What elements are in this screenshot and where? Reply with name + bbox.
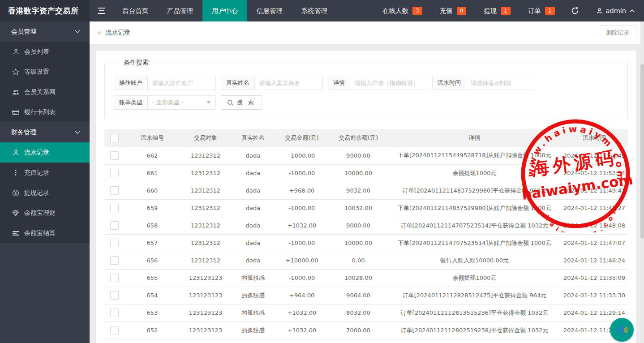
table-row: 65912312312dada-1000.0010032.00下单[202401…	[104, 199, 628, 217]
nav-item-dashboard[interactable]: 后台首页	[113, 0, 158, 21]
nav-item-products[interactable]: 产品管理	[158, 0, 202, 21]
sidebar-item-yuebao-invest[interactable]: 余额宝理财	[0, 203, 90, 223]
row-select-cell	[104, 234, 124, 252]
row-checkbox[interactable]	[110, 151, 119, 160]
row-checkbox[interactable]	[110, 221, 119, 230]
search-panel-legend: 条件搜索	[119, 59, 153, 67]
sidebar-item-yuebao-settle[interactable]: 余额宝结算	[0, 223, 90, 243]
flow-time-input[interactable]	[466, 76, 534, 90]
sidebar-item-deposit-records[interactable]: 充值记录	[0, 163, 90, 183]
person-icon	[12, 48, 19, 56]
cell-flow-id: 651	[124, 339, 180, 343]
stat-withdrawals[interactable]: 提现 1	[475, 0, 519, 21]
menu-toggle-button[interactable]	[90, 0, 113, 21]
stat-label: 提现	[484, 7, 497, 15]
header-time: 流水时间	[561, 129, 628, 147]
sidebar-item-label: 会员关系网	[24, 88, 56, 96]
stat-orders[interactable]: 订单 1	[519, 0, 563, 21]
field-label: 真实姓名	[221, 76, 255, 90]
sidebar-item-member-list[interactable]: 会员列表	[0, 42, 90, 62]
nav-item-system[interactable]: 系统管理	[292, 0, 337, 21]
header-flow-id: 流水编号	[124, 129, 180, 147]
cell-balance: 10000.00	[328, 164, 388, 182]
user-menu[interactable]: admin	[587, 0, 644, 21]
table-row: 66112312312dada-1000.0010000.00余额提现1000元…	[104, 164, 628, 182]
row-select-cell	[104, 164, 124, 182]
cell-real-name: dada	[231, 234, 275, 252]
row-checkbox[interactable]	[110, 291, 119, 300]
detail-input[interactable]	[350, 76, 427, 90]
stat-badge: 3	[412, 7, 422, 15]
sidebar-item-label: 充值记录	[24, 169, 49, 177]
sidebar-item-flow-records[interactable]: 流水记录	[0, 142, 90, 163]
bill-type-select[interactable]: - 全部类型 -	[148, 95, 216, 110]
cell-balance: 8032.00	[328, 304, 388, 322]
nav-item-user-center[interactable]: 用户中心	[202, 0, 247, 21]
cell-detail: 订单[20240112112802519238]平仓获得金额 1032元	[388, 322, 561, 339]
cell-amount: +964.00	[275, 287, 328, 304]
cell-balance: 8000.00	[328, 339, 388, 343]
table-row: 653123123123的孤独感+1032.008032.00订单[202401…	[104, 304, 628, 322]
search-button[interactable]: 搜 索	[221, 95, 262, 110]
row-checkbox[interactable]	[110, 204, 119, 212]
sidebar-submenu-member: 会员列表 等级设置 会员关系网 银行卡列表	[0, 42, 90, 122]
row-checkbox[interactable]	[110, 186, 119, 195]
stat-online-users[interactable]: 在线人数 3	[374, 0, 431, 21]
cell-real-name: dada	[231, 164, 275, 182]
sidebar-item-label: 会员列表	[24, 48, 49, 56]
cell-flow-id: 652	[124, 322, 180, 339]
username: admin	[606, 7, 626, 14]
cell-amount: +1032.00	[275, 217, 328, 234]
cell-amount: -1000.00	[275, 339, 328, 343]
select-all-checkbox[interactable]	[110, 134, 119, 142]
operator-account-input[interactable]	[148, 76, 216, 90]
row-checkbox[interactable]	[110, 326, 119, 334]
cell-balance: 10028.00	[328, 269, 388, 287]
table-row: 66012312312dada+968.009032.00订单[20240112…	[104, 182, 628, 199]
scrollbar-track[interactable]	[640, 21, 644, 343]
row-checkbox[interactable]	[110, 256, 119, 265]
cell-time: 2024-01-12 11:48:27	[561, 199, 628, 217]
sidebar-item-label: 余额宝结算	[24, 229, 56, 237]
flow-table-body: 66212312312dada-1000.009000.00下单[2024011…	[104, 147, 628, 343]
row-select-cell	[104, 269, 124, 287]
scrollbar-thumb[interactable]	[640, 64, 644, 239]
row-checkbox[interactable]	[110, 309, 119, 317]
row-checkbox[interactable]	[110, 169, 119, 177]
cell-amount: +1032.00	[275, 304, 328, 322]
sidebar-item-member-network[interactable]: 会员关系网	[0, 82, 90, 102]
header-balance: 交易前余额(元)	[328, 129, 388, 147]
sidebar-item-label: 银行卡列表	[24, 108, 56, 116]
star-icon	[12, 69, 19, 76]
cell-trade-object: 12312312	[180, 234, 231, 252]
delete-records-button[interactable]: 删除记录	[599, 25, 636, 40]
audio-notification-button[interactable]	[610, 318, 634, 342]
stat-badge: 1	[545, 7, 555, 15]
sidebar-group-finance[interactable]: 财务管理	[0, 122, 90, 142]
row-select-cell	[104, 217, 124, 234]
sidebar-item-withdraw-records[interactable]: 提现记录	[0, 183, 90, 203]
row-select-cell	[104, 182, 124, 199]
cell-balance: 7000.00	[328, 322, 388, 339]
sidebar-item-label: 等级设置	[24, 68, 49, 76]
cell-detail: 订单[20240112114707523514]平仓获得金额 1032元	[388, 217, 561, 234]
refresh-button[interactable]	[563, 0, 587, 21]
sidebar-item-bank-cards[interactable]: 银行卡列表	[0, 102, 90, 122]
stat-deposits[interactable]: 充值 0	[431, 0, 475, 21]
header-real-name: 真实姓名	[231, 129, 275, 147]
sidebar-item-level-settings[interactable]: 等级设置	[0, 62, 90, 82]
chevron-down-icon	[74, 30, 81, 34]
sidebar-group-member[interactable]: 会员管理	[0, 21, 90, 42]
nav-item-info[interactable]: 信息管理	[247, 0, 292, 21]
search-icon	[227, 99, 234, 106]
row-checkbox[interactable]	[110, 274, 119, 282]
cell-balance: 9064.00	[328, 287, 388, 304]
real-name-input[interactable]	[255, 76, 323, 90]
cell-balance: 10032.00	[328, 199, 388, 217]
cell-trade-object: 123123123	[180, 322, 231, 339]
row-checkbox[interactable]	[110, 239, 119, 247]
person-icon	[12, 149, 19, 156]
cell-time: 2024-01-12 11:48:08	[561, 217, 628, 234]
cell-real-name: 的孤独感	[231, 339, 275, 343]
cell-time: 2024-01-12 11:47:07	[561, 234, 628, 252]
